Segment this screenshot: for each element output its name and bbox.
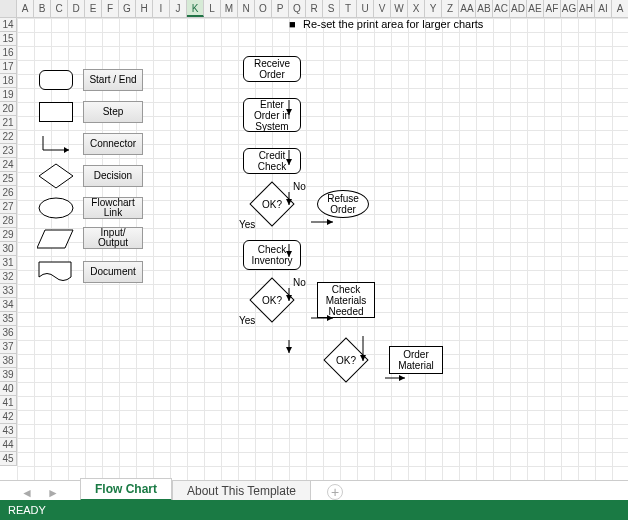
column-header-E[interactable]: E xyxy=(85,0,102,17)
node-decision-ok-3[interactable]: OK? xyxy=(324,338,368,382)
column-header-A[interactable]: A xyxy=(612,0,628,17)
row-header-42[interactable]: 42 xyxy=(0,410,16,424)
row-header-15[interactable]: 15 xyxy=(0,32,16,46)
node-check-materials[interactable]: Check Materials Needed xyxy=(317,282,375,318)
row-header-38[interactable]: 38 xyxy=(0,354,16,368)
column-header-W[interactable]: W xyxy=(391,0,408,17)
column-header-S[interactable]: S xyxy=(323,0,340,17)
row-header-34[interactable]: 34 xyxy=(0,298,16,312)
legend-button-connector[interactable]: Connector xyxy=(83,133,143,155)
column-header-U[interactable]: U xyxy=(357,0,374,17)
add-sheet-button[interactable]: + xyxy=(327,484,343,500)
row-header-45[interactable]: 45 xyxy=(0,452,16,466)
row-header-20[interactable]: 20 xyxy=(0,102,16,116)
node-enter-order[interactable]: Enter Order in System xyxy=(243,98,301,132)
row-header-40[interactable]: 40 xyxy=(0,382,16,396)
column-header-AF[interactable]: AF xyxy=(544,0,561,17)
row-header-25[interactable]: 25 xyxy=(0,172,16,186)
column-header-AD[interactable]: AD xyxy=(510,0,527,17)
row-header-26[interactable]: 26 xyxy=(0,186,16,200)
column-header-C[interactable]: C xyxy=(51,0,68,17)
column-header-T[interactable]: T xyxy=(340,0,357,17)
column-header-V[interactable]: V xyxy=(374,0,391,17)
column-header-AG[interactable]: AG xyxy=(561,0,578,17)
row-header-14[interactable]: 14 xyxy=(0,18,16,32)
select-all-corner[interactable] xyxy=(0,0,17,17)
row-header-17[interactable]: 17 xyxy=(0,60,16,74)
column-header-K[interactable]: K xyxy=(187,0,204,17)
tab-about-template[interactable]: About This Template xyxy=(172,480,311,501)
legend-shape-decision xyxy=(37,162,75,190)
column-header-R[interactable]: R xyxy=(306,0,323,17)
column-header-AB[interactable]: AB xyxy=(476,0,493,17)
node-decision-ok-1[interactable]: OK? xyxy=(250,182,294,226)
column-header-D[interactable]: D xyxy=(68,0,85,17)
node-order-material[interactable]: Order Material xyxy=(389,346,443,374)
row-header-32[interactable]: 32 xyxy=(0,270,16,284)
tab-nav-prev-icon[interactable]: ◄ xyxy=(21,486,33,500)
column-header-H[interactable]: H xyxy=(136,0,153,17)
column-header-J[interactable]: J xyxy=(170,0,187,17)
node-label: Refuse Order xyxy=(327,193,359,215)
column-header-I[interactable]: I xyxy=(153,0,170,17)
row-header-24[interactable]: 24 xyxy=(0,158,16,172)
column-header-Q[interactable]: Q xyxy=(289,0,306,17)
node-credit-check[interactable]: Credit Check xyxy=(243,148,301,174)
column-header-M[interactable]: M xyxy=(221,0,238,17)
column-header-A[interactable]: A xyxy=(17,0,34,17)
legend-button-step[interactable]: Step xyxy=(83,101,143,123)
legend-button-flowchart-link[interactable]: Flowchart Link xyxy=(83,197,143,219)
column-header-AA[interactable]: AA xyxy=(459,0,476,17)
row-header-30[interactable]: 30 xyxy=(0,242,16,256)
column-header-L[interactable]: L xyxy=(204,0,221,17)
row-header-31[interactable]: 31 xyxy=(0,256,16,270)
column-header-G[interactable]: G xyxy=(119,0,136,17)
row-header-27[interactable]: 27 xyxy=(0,200,16,214)
row-header-23[interactable]: 23 xyxy=(0,144,16,158)
row-header-43[interactable]: 43 xyxy=(0,424,16,438)
row-header-29[interactable]: 29 xyxy=(0,228,16,242)
row-header-21[interactable]: 21 xyxy=(0,116,16,130)
column-header-AE[interactable]: AE xyxy=(527,0,544,17)
row-header-16[interactable]: 16 xyxy=(0,46,16,60)
column-header-P[interactable]: P xyxy=(272,0,289,17)
tab-flow-chart[interactable]: Flow Chart xyxy=(80,478,172,501)
column-header-X[interactable]: X xyxy=(408,0,425,17)
node-check-inventory[interactable]: Check Inventory xyxy=(243,240,301,270)
legend-button-start-end[interactable]: Start / End xyxy=(83,69,143,91)
column-header-B[interactable]: B xyxy=(34,0,51,17)
node-decision-ok-2[interactable]: OK? xyxy=(250,278,294,322)
node-refuse-order[interactable]: Refuse Order xyxy=(317,190,369,218)
row-header-44[interactable]: 44 xyxy=(0,438,16,452)
row-header-37[interactable]: 37 xyxy=(0,340,16,354)
row-header-28[interactable]: 28 xyxy=(0,214,16,228)
tab-nav-next-icon[interactable]: ► xyxy=(47,486,59,500)
column-header-F[interactable]: F xyxy=(102,0,119,17)
column-header-AH[interactable]: AH xyxy=(578,0,595,17)
row-header-36[interactable]: 36 xyxy=(0,326,16,340)
row-header-19[interactable]: 19 xyxy=(0,88,16,102)
legend-button-input-output[interactable]: Input/ Output xyxy=(83,227,143,249)
column-header-Z[interactable]: Z xyxy=(442,0,459,17)
node-receive-order[interactable]: Receive Order xyxy=(243,56,301,82)
row-header-22[interactable]: 22 xyxy=(0,130,16,144)
tab-nav: ◄ ► xyxy=(0,486,80,500)
column-header-O[interactable]: O xyxy=(255,0,272,17)
edge-label-yes-2: Yes xyxy=(239,315,255,326)
node-label: Order Material xyxy=(398,349,434,371)
legend-shape-connector xyxy=(39,132,75,156)
column-header-AI[interactable]: AI xyxy=(595,0,612,17)
column-header-Y[interactable]: Y xyxy=(425,0,442,17)
legend-button-decision[interactable]: Decision xyxy=(83,165,143,187)
row-header-39[interactable]: 39 xyxy=(0,368,16,382)
column-header-AC[interactable]: AC xyxy=(493,0,510,17)
row-header-33[interactable]: 33 xyxy=(0,284,16,298)
row-header-35[interactable]: 35 xyxy=(0,312,16,326)
node-label: Check Materials Needed xyxy=(326,284,367,317)
worksheet-grid[interactable]: ■ Re-set the print area for larger chart… xyxy=(17,18,628,480)
row-header-41[interactable]: 41 xyxy=(0,396,16,410)
row-header-18[interactable]: 18 xyxy=(0,74,16,88)
legend-button-document[interactable]: Document xyxy=(83,261,143,283)
column-header-N[interactable]: N xyxy=(238,0,255,17)
caption-bullet: ■ xyxy=(289,18,296,30)
